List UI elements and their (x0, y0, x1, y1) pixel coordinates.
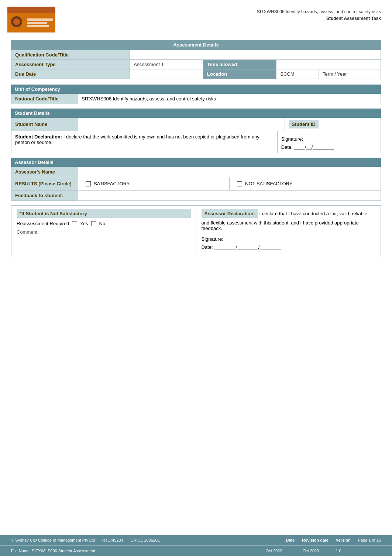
logo-line (27, 25, 49, 27)
footer-date-col-label: Date (286, 538, 295, 542)
logo-bottom-area (7, 13, 55, 32)
time-allowed-value (276, 60, 381, 69)
satisfactory-label: SATISFACTORY (94, 181, 130, 186)
logo-circle-inner (13, 18, 20, 25)
footer-filename: File Name: SITXWHS006 Student Assessment (11, 549, 252, 553)
logo-line (27, 18, 53, 21)
signature-line: Signature: (281, 135, 377, 142)
assessor-sig-underline (223, 236, 290, 242)
assessment-details-table: Qualification Code/Title Assessment Type… (11, 50, 381, 79)
not-satisfactory-left: *If Student is Not Satisfactory Reassess… (11, 206, 196, 257)
student-section: Student Details Student Name Student ID … (11, 109, 381, 153)
assessment-type-label: Assessment Type (11, 60, 130, 69)
declaration-label: Student Declaration: (15, 134, 62, 140)
reassessment-no-checkbox[interactable] (91, 221, 96, 226)
logo (7, 7, 55, 32)
declaration-row: Student Declaration: I declare that the … (11, 131, 381, 153)
reassessment-row: Reassessment Required Yes No (17, 221, 191, 226)
student-name-row: Student Name Student ID (11, 118, 381, 131)
date-value: ____/__/________ (294, 144, 334, 150)
results-row: RESULTS (Please Circle) SATISFACTORY NOT… (11, 177, 381, 191)
qualification-row: Qualification Code/Title (11, 50, 381, 60)
logo-text-lines (27, 18, 53, 27)
assessor-name-value (78, 170, 381, 174)
qualification-value (130, 50, 381, 60)
assessment-type-row: Assessment Type Assessment 1 Time allowe… (11, 60, 381, 69)
results-not-satisfactory-cell: NOT SATISFACTORY (229, 177, 381, 190)
not-satisfactory-label: NOT SATISFACTORY (245, 181, 292, 186)
not-satisfactory-section: *If Student is Not Satisfactory Reassess… (11, 205, 381, 257)
student-name-label: Student Name (11, 118, 78, 131)
declaration-right: Signature: Date: ____/__/________ (277, 131, 381, 153)
logo-top-bar (7, 7, 55, 13)
term-year-value: Term / Year (319, 69, 381, 79)
satisfactory-checkbox[interactable] (86, 181, 91, 186)
location-label: Location (203, 69, 276, 79)
assessment-details-header: Assessment Details (11, 40, 381, 50)
signature-underline (303, 135, 377, 142)
footer-rto-value: 45203 (112, 538, 123, 542)
footer-cricos-label: CRICOS (130, 538, 146, 542)
qualification-label: Qualification Code/Title (11, 50, 130, 60)
footer-rto: RTO:45203 (102, 538, 123, 542)
footer-page: Page 1 of 16 (358, 538, 381, 542)
footer-revision-date-value: Oct 2023 (296, 549, 326, 553)
student-id-block: Student ID (285, 118, 381, 131)
assessor-date-line: Date: ________/________/________ (202, 244, 376, 250)
declaration-left: Student Declaration: I declare that the … (11, 131, 277, 148)
footer-date-value: Oct 2022 (259, 549, 289, 553)
footer-revision-date-col-label: Revision date (302, 538, 329, 542)
header: SITXWHS006 Identify hazards, assess, and… (0, 0, 392, 36)
footer-bottom-row: File Name: SITXWHS006 Student Assessment… (0, 546, 392, 556)
footer-version-col-label: Version (336, 538, 351, 542)
due-date-label: Due Date (11, 69, 130, 79)
comment-value (17, 235, 191, 253)
feedback-value (78, 193, 381, 198)
assessment-type-value: Assessment 1 (130, 60, 203, 69)
due-date-value (130, 69, 203, 79)
unit-national-code-label: National Code/Title (11, 94, 78, 104)
unit-section-header: Unit of Competency (11, 85, 381, 94)
not-satisfactory-checkbox[interactable] (237, 181, 242, 186)
unit-row: National Code/Title SITXWHS006 Identify … (11, 94, 381, 104)
student-id-label: Student ID (289, 120, 319, 128)
time-allowed-label: Time allowed (203, 60, 276, 69)
footer-cricos-value: 03620C (146, 538, 161, 542)
footer: © Sydney City College of Management Pty … (0, 535, 392, 556)
comment-label: Comment: (17, 229, 191, 235)
feedback-row: Feedback to student: (11, 191, 381, 201)
footer-top-row: © Sydney City College of Management Pty … (0, 535, 392, 546)
date-label: Date: (281, 144, 293, 150)
logo-line (27, 22, 47, 24)
student-name-value (78, 122, 285, 127)
results-label: RESULTS (Please Circle) (11, 177, 78, 190)
main-content: Assessment Details Qualification Code/Ti… (0, 36, 392, 265)
signature-label: Signature: (281, 136, 303, 142)
reassessment-yes-checkbox[interactable] (72, 221, 77, 226)
assessor-sig-label: Signature: (202, 236, 223, 242)
assessor-name-label: Assessor's Name (11, 167, 78, 177)
assessor-name-row: Assessor's Name (11, 167, 381, 177)
date-line: Date: ____/__/________ (281, 144, 377, 150)
due-date-row: Due Date Location SCCM Term / Year (11, 69, 381, 79)
footer-version-value: 1.0 (333, 549, 344, 553)
header-title-block: SITXWHS006 Identify hazards, assess, and… (55, 7, 381, 22)
assessor-section-header: Assessor Details (11, 158, 381, 167)
unit-section: Unit of Competency National Code/Title S… (11, 85, 381, 104)
reassessment-label: Reassessment Required (17, 221, 69, 226)
footer-rto-label: RTO: (102, 538, 112, 542)
footer-cricos: CRICOS03620C (130, 538, 160, 542)
assessor-decl-header-right: Assessor Declaration: I declare that I h… (202, 209, 376, 231)
no-label: No (99, 221, 106, 226)
unit-national-code-value: SITXWHS006 Identify hazards, assess, and… (78, 94, 381, 104)
results-satisfactory-cell: SATISFACTORY (78, 177, 229, 190)
logo-circle (11, 16, 22, 27)
not-satisfactory-right: Assessor Declaration: I declare that I h… (196, 206, 381, 257)
yes-label: Yes (80, 221, 88, 226)
assessor-date-value: ________/________/________ (214, 244, 281, 250)
assessor-decl-header-label: Assessor Declaration: (202, 209, 258, 218)
assessor-section: Assessor Details Assessor's Name RESULTS… (11, 158, 381, 201)
location-value: SCCM (276, 69, 319, 79)
header-title-line1: SITXWHS006 Identify hazards, assess, and… (55, 8, 381, 15)
assessor-sig-line: Signature: (202, 236, 376, 242)
